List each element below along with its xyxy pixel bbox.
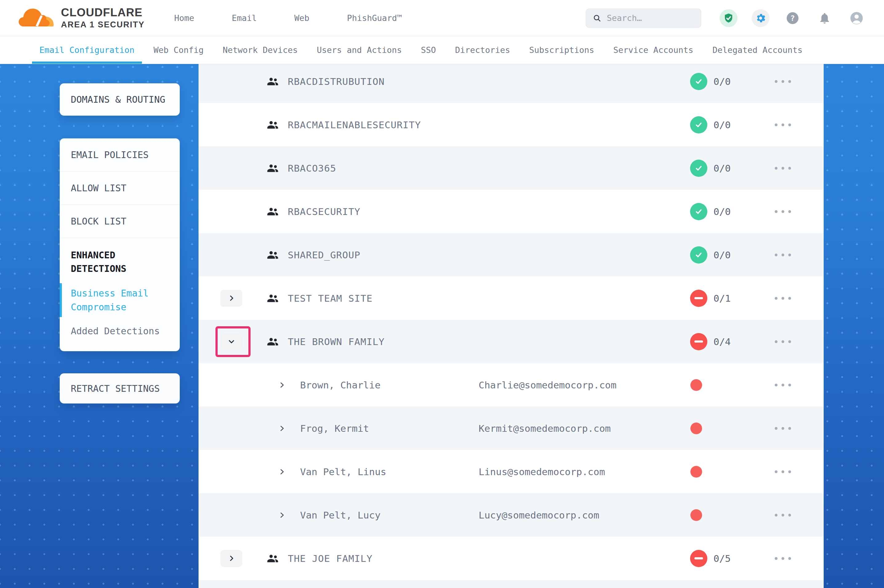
chevron-right-icon[interactable] — [278, 511, 286, 519]
row-menu-button[interactable] — [772, 424, 794, 433]
table-row-group: RBACO3650/0 — [198, 146, 824, 190]
member-email: Kermit@somedemocorp.com — [479, 423, 611, 434]
expand-group-button[interactable] — [220, 550, 242, 567]
avatar-icon[interactable] — [848, 9, 866, 27]
sidebar-policy-list: EMAIL POLICIESALLOW LISTBLOCK LIST — [60, 138, 180, 238]
chevron-right-icon[interactable] — [278, 468, 286, 476]
table-row-group: THE BROWN FAMILY0/4 — [198, 320, 824, 363]
member-count: 0/0 — [714, 76, 731, 87]
table-row-group: TEST TEAM SITE0/1 — [198, 276, 824, 320]
sidebar-item-retract-settings[interactable]: RETRACT SETTINGS — [60, 374, 180, 404]
status-alert-dot — [690, 423, 702, 434]
expand-group-button[interactable] — [220, 290, 242, 307]
status-ok-icon — [690, 160, 707, 177]
help-icon[interactable]: ? — [784, 9, 801, 27]
status-blocked-icon — [690, 550, 707, 567]
row-menu-button[interactable] — [772, 337, 794, 346]
group-name: RBACO365 — [288, 163, 336, 174]
status-ok-icon — [690, 116, 707, 134]
chevron-right-icon[interactable] — [278, 381, 286, 389]
sidebar-item-label: Added Detections — [71, 326, 160, 336]
group-name: RBACSECURITY — [288, 206, 361, 217]
nav-item-home[interactable]: Home — [174, 13, 194, 23]
row-menu-button[interactable] — [772, 554, 794, 563]
tab-directories[interactable]: Directories — [455, 36, 510, 64]
tab-service-accounts[interactable]: Service Accounts — [613, 36, 693, 64]
group-name: TEST TEAM SITE — [288, 293, 373, 304]
member-name: Van Pelt, Linus — [300, 466, 386, 477]
cloudflare-logo[interactable]: CLOUDFLARE AREA 1 SECURITY — [18, 6, 145, 29]
sidebar-item-label: DOMAINS & ROUTING — [71, 94, 165, 105]
row-menu-button[interactable] — [772, 77, 794, 86]
sidebar-item-block-list[interactable]: BLOCK LIST — [60, 205, 180, 238]
table-row-member: Frog, KermitKermit@somedemocorp.com — [198, 406, 824, 450]
nav-item-email[interactable]: Email — [232, 13, 257, 23]
row-menu-button[interactable] — [772, 250, 794, 259]
row-menu-button[interactable] — [772, 120, 794, 129]
row-menu-button[interactable] — [772, 380, 794, 389]
group-icon — [266, 249, 279, 261]
member-count: 0/4 — [714, 336, 731, 347]
enhanced-detections-title: ENHANCED DETECTIONS — [71, 249, 169, 275]
logo-brand: CLOUDFLARE — [61, 6, 145, 19]
tab-web-config[interactable]: Web Config — [153, 36, 204, 64]
sidebar-item-domains-routing[interactable]: DOMAINS & ROUTING — [60, 83, 180, 116]
tab-users-and-actions[interactable]: Users and Actions — [317, 36, 402, 64]
group-icon — [266, 335, 279, 348]
chevron-right-icon[interactable] — [278, 424, 286, 432]
search-icon — [593, 13, 601, 23]
table-row-group: THE JOE FAMILY0/5 — [198, 537, 824, 580]
row-menu-button[interactable] — [772, 164, 794, 172]
bell-icon[interactable] — [816, 9, 833, 27]
status-ok-icon — [690, 203, 707, 220]
gear-icon[interactable] — [752, 9, 770, 27]
row-menu-button[interactable] — [772, 510, 794, 519]
tab-email-configuration[interactable]: Email Configuration — [39, 36, 134, 64]
sidebar-item-allow-list[interactable]: ALLOW LIST — [60, 172, 180, 205]
tab-bar: Email ConfigurationWeb ConfigNetwork Dev… — [0, 36, 884, 64]
member-name: Van Pelt, Lucy — [300, 510, 380, 520]
logo-sub: AREA 1 SECURITY — [61, 20, 145, 30]
collapse-group-button[interactable] — [220, 333, 242, 350]
group-name: THE BROWN FAMILY — [288, 336, 385, 347]
group-icon — [266, 292, 279, 305]
search-input[interactable] — [607, 13, 694, 23]
search-box[interactable] — [586, 9, 701, 28]
row-menu-button[interactable] — [772, 207, 794, 216]
status-ok-icon — [690, 246, 707, 264]
table-row-member: Brown, CharlieCharlie@somedemocorp.com — [198, 363, 824, 406]
sidebar-item-business-email-compromise[interactable]: Business Email Compromise — [71, 286, 169, 314]
table-row-group: RBACMAILENABLESECURITY0/0 — [198, 103, 824, 146]
status-ok-icon — [690, 73, 707, 90]
tab-delegated-accounts[interactable]: Delegated Accounts — [713, 36, 803, 64]
table-row-group: SHARED_GROUP0/0 — [198, 233, 824, 276]
top-iconbar: ? — [720, 9, 866, 27]
sidebar-item-added-detections[interactable]: Added Detections — [71, 326, 169, 336]
table-row-member: Van Pelt, LinusLinus@somedemocorp.com — [198, 450, 824, 493]
tab-network-devices[interactable]: Network Devices — [223, 36, 298, 64]
row-menu-button[interactable] — [772, 294, 794, 303]
group-name: THE JOE FAMILY — [288, 553, 373, 564]
group-icon — [266, 552, 279, 565]
member-email: Linus@somedemocorp.com — [479, 466, 605, 477]
table-row-group: RBACSECURITY0/0 — [198, 190, 824, 233]
group-icon — [266, 205, 279, 218]
logo-text: CLOUDFLARE AREA 1 SECURITY — [61, 6, 145, 29]
tab-sso[interactable]: SSO — [421, 36, 436, 64]
member-count: 0/5 — [714, 553, 731, 564]
tab-subscriptions[interactable]: Subscriptions — [529, 36, 594, 64]
group-name: SHARED_GROUP — [288, 249, 361, 261]
table-row-filler — [198, 580, 824, 588]
status-alert-dot — [690, 466, 702, 478]
top-bar: CLOUDFLARE AREA 1 SECURITY HomeEmailWebP… — [0, 0, 884, 36]
content-panel: RBACDISTRUBUTION0/0RBACMAILENABLESECURIT… — [198, 64, 824, 588]
shield-check-icon[interactable] — [720, 9, 738, 27]
nav-item-web[interactable]: Web — [294, 13, 309, 23]
sidebar-item-email-policies[interactable]: EMAIL POLICIES — [60, 138, 180, 172]
nav-item-phishguard-[interactable]: PhishGuard™ — [347, 13, 402, 23]
sidebar-item-label: RETRACT SETTINGS — [71, 383, 160, 394]
row-menu-button[interactable] — [772, 467, 794, 476]
member-count: 0/0 — [714, 119, 731, 130]
table-row-member: Van Pelt, LucyLucy@somedemocorp.com — [198, 493, 824, 537]
status-blocked-icon — [690, 290, 707, 307]
